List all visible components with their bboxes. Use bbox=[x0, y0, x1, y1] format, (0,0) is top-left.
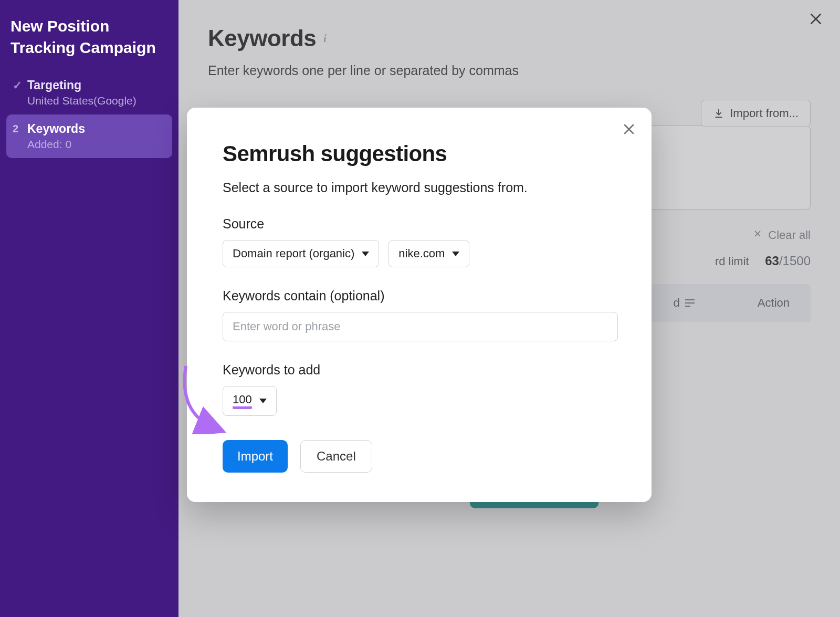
chevron-down-icon bbox=[452, 252, 459, 256]
modal-title: Semrush suggestions bbox=[223, 141, 618, 166]
sidebar: New Position Tracking Campaign Targeting… bbox=[0, 0, 178, 617]
step-subtitle: Added: 0 bbox=[27, 138, 85, 151]
step-index: 2 bbox=[13, 122, 27, 135]
import-from-button[interactable]: Import from... bbox=[701, 100, 811, 127]
semrush-suggestions-modal: Semrush suggestions Select a source to i… bbox=[187, 108, 652, 502]
keywords-to-add-select[interactable]: 100 bbox=[223, 386, 277, 416]
th-action: Action bbox=[758, 296, 790, 310]
chevron-down-icon bbox=[362, 252, 369, 256]
keyword-limit-label: rd limit 63/1500 bbox=[715, 254, 811, 268]
info-icon[interactable]: i bbox=[323, 33, 326, 44]
source-report-select[interactable]: Domain report (organic) bbox=[223, 240, 379, 267]
source-label: Source bbox=[223, 216, 618, 232]
keyword-limit-cap: /1500 bbox=[779, 254, 811, 268]
import-button[interactable]: Import bbox=[223, 440, 288, 473]
close-icon bbox=[752, 228, 763, 242]
step-subtitle: United States(Google) bbox=[27, 95, 136, 107]
page-title: Keywords i bbox=[208, 25, 326, 51]
chevron-down-icon bbox=[259, 399, 267, 403]
download-icon bbox=[713, 108, 724, 119]
cancel-button[interactable]: Cancel bbox=[300, 440, 372, 473]
check-icon bbox=[13, 78, 27, 93]
sidebar-title: New Position Tracking Campaign bbox=[6, 16, 172, 71]
lead-text: Enter keywords one per line or separated… bbox=[208, 63, 811, 78]
step-title: Keywords bbox=[27, 122, 85, 136]
clear-all-button[interactable]: Clear all bbox=[752, 228, 811, 242]
keywords-contain-input[interactable] bbox=[223, 312, 618, 341]
th-sort[interactable]: d bbox=[674, 296, 695, 310]
source-domain-select[interactable]: nike.com bbox=[388, 240, 469, 267]
page-close-icon[interactable] bbox=[807, 11, 824, 31]
keyword-limit-used: 63 bbox=[765, 254, 779, 268]
keywords-to-add-label: Keywords to add bbox=[223, 362, 618, 378]
keywords-contain-label: Keywords contain (optional) bbox=[223, 288, 618, 304]
sidebar-step-targeting[interactable]: Targeting United States(Google) bbox=[6, 71, 172, 114]
sidebar-step-keywords[interactable]: 2 Keywords Added: 0 bbox=[6, 114, 172, 158]
modal-lead: Select a source to import keyword sugges… bbox=[223, 180, 618, 195]
modal-close-icon[interactable] bbox=[621, 121, 637, 139]
sort-icon bbox=[685, 299, 695, 307]
step-title: Targeting bbox=[27, 78, 136, 92]
